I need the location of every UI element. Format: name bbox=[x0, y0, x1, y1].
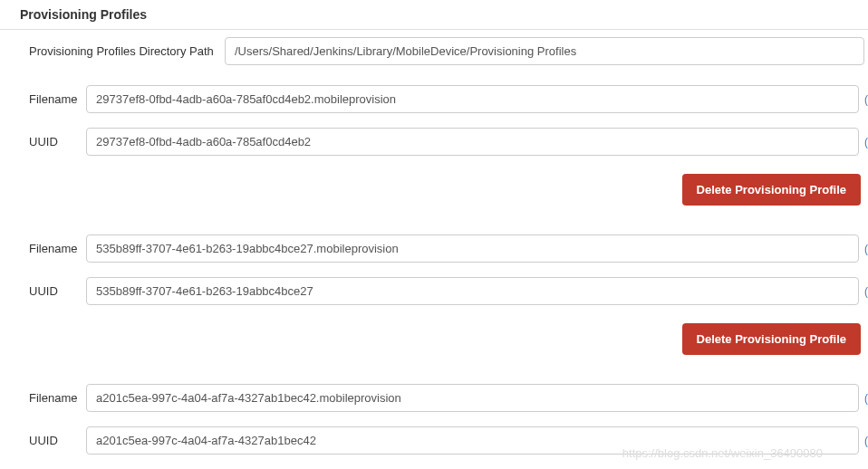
delete-button-row: Delete Provisioning Profile bbox=[0, 312, 868, 371]
filename-input[interactable] bbox=[86, 85, 859, 113]
profile-group: Filename ( UUID ( Delete Provisioning Pr… bbox=[0, 222, 868, 371]
uuid-row: UUID ( bbox=[0, 419, 868, 462]
uuid-input[interactable] bbox=[86, 128, 859, 156]
filename-label: Filename bbox=[0, 92, 86, 106]
help-icon[interactable]: ( bbox=[863, 93, 868, 106]
profile-group: Filename ( UUID ( Delete Provisioning Pr… bbox=[0, 371, 868, 469]
delete-provisioning-profile-button[interactable]: Delete Provisioning Profile bbox=[682, 323, 861, 355]
help-icon[interactable]: ( bbox=[863, 243, 868, 255]
help-icon[interactable]: ( bbox=[863, 285, 868, 298]
filename-row: Filename ( bbox=[0, 377, 868, 419]
delete-button-row: Delete Provisioning Profile bbox=[0, 163, 868, 222]
filename-label: Filename bbox=[0, 391, 86, 405]
help-icon[interactable]: ( bbox=[863, 136, 868, 148]
directory-path-label: Provisioning Profiles Directory Path bbox=[0, 44, 225, 58]
uuid-label: UUID bbox=[0, 135, 86, 148]
help-icon[interactable]: ( bbox=[863, 435, 868, 447]
filename-label: Filename bbox=[0, 242, 86, 255]
filename-row: Filename ( bbox=[0, 227, 868, 270]
uuid-row: UUID ( bbox=[0, 270, 868, 312]
uuid-label: UUID bbox=[0, 434, 86, 447]
directory-path-row: Provisioning Profiles Directory Path bbox=[0, 30, 868, 72]
directory-path-input[interactable] bbox=[225, 37, 864, 65]
uuid-input[interactable] bbox=[86, 277, 859, 305]
uuid-label: UUID bbox=[0, 284, 86, 298]
profile-group: Filename ( UUID ( Delete Provisioning Pr… bbox=[0, 72, 868, 222]
delete-provisioning-profile-button[interactable]: Delete Provisioning Profile bbox=[682, 174, 861, 206]
uuid-input[interactable] bbox=[86, 426, 859, 455]
filename-input[interactable] bbox=[86, 234, 859, 263]
uuid-row: UUID ( bbox=[0, 120, 868, 163]
section-title: Provisioning Profiles bbox=[0, 0, 868, 30]
help-icon[interactable]: ( bbox=[863, 392, 868, 405]
delete-button-row: Delete Provisioning Profile bbox=[0, 462, 868, 469]
filename-input[interactable] bbox=[86, 384, 859, 412]
filename-row: Filename ( bbox=[0, 78, 868, 120]
